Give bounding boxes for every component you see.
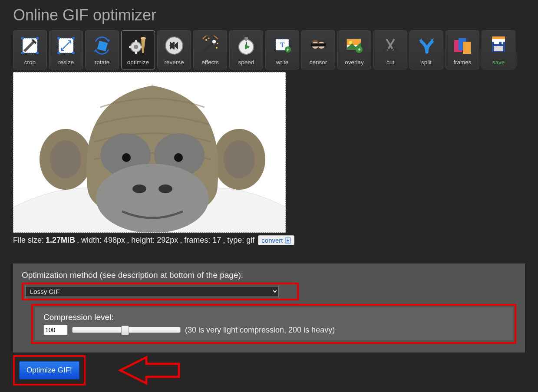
tool-label: crop (24, 59, 36, 66)
tool-cut[interactable]: cut (373, 30, 407, 69)
file-info: File size: 1.27MiB , width: 498px , heig… (13, 235, 525, 245)
tool-label: write (276, 59, 289, 66)
svg-point-12 (134, 45, 138, 49)
overlay-icon: + (343, 35, 365, 56)
tool-label: rotate (95, 59, 110, 66)
svg-point-23 (217, 43, 218, 44)
optimize-icon (127, 35, 149, 56)
svg-point-7 (72, 37, 75, 40)
frames-label: , frames: 17 (180, 236, 221, 245)
tool-label: split (421, 59, 432, 66)
tool-crop[interactable]: crop (13, 30, 47, 69)
tool-resize[interactable]: resize (49, 30, 83, 69)
split-icon (416, 35, 437, 56)
resize-icon (55, 35, 77, 56)
height-label: , height: 292px (127, 236, 178, 245)
save-icon (488, 35, 509, 56)
censor-icon (307, 35, 329, 56)
svg-point-22 (208, 37, 210, 39)
svg-rect-10 (97, 40, 108, 51)
tool-label: cut (386, 59, 394, 66)
effects-icon (199, 35, 221, 56)
optimize-button[interactable]: Optimize GIF! (19, 361, 79, 379)
crop-icon (19, 35, 41, 56)
compression-input[interactable] (43, 325, 68, 335)
tool-rotate[interactable]: rotate (85, 30, 119, 69)
filesize-label: File size: (13, 236, 44, 245)
svg-point-6 (57, 37, 60, 40)
tool-overlay[interactable]: + overlay (337, 30, 371, 69)
tool-optimize[interactable]: optimize (121, 30, 155, 69)
frames-icon (452, 35, 473, 56)
svg-text:+: + (287, 47, 289, 52)
tool-label: reverse (164, 59, 184, 66)
svg-rect-47 (494, 46, 503, 51)
svg-point-20 (205, 39, 207, 41)
svg-rect-14 (135, 51, 137, 54)
svg-rect-15 (129, 46, 132, 48)
page-title: Online GIF optimizer (13, 6, 525, 24)
svg-text:T: T (280, 41, 285, 49)
svg-rect-33 (311, 43, 326, 46)
compression-label: Compression level: (43, 313, 504, 322)
svg-point-17 (141, 37, 146, 40)
svg-point-39 (384, 49, 389, 54)
tool-write[interactable]: T+ write (265, 30, 299, 69)
tool-censor[interactable]: censor (301, 30, 335, 69)
method-label: Optimization method (see description at … (22, 270, 516, 280)
svg-rect-13 (135, 40, 137, 43)
svg-point-57 (122, 153, 131, 162)
svg-point-59 (96, 164, 209, 233)
highlight-button: Optimize GIF! (13, 355, 86, 385)
convert-label: convert (261, 237, 283, 244)
svg-point-4 (36, 52, 39, 54)
svg-rect-26 (245, 39, 247, 41)
optimize-panel: Optimization method (see description at … (13, 264, 525, 352)
svg-point-36 (349, 41, 352, 44)
svg-rect-43 (463, 42, 471, 54)
svg-rect-48 (492, 39, 505, 42)
convert-button[interactable]: convert (258, 235, 294, 245)
type-label: , type: gif (223, 236, 254, 245)
tool-reverse[interactable]: reverse (157, 30, 191, 69)
compression-slider[interactable] (72, 327, 181, 333)
tool-frames[interactable]: frames (446, 30, 479, 69)
tool-label: optimize (127, 59, 149, 66)
tool-label: censor (310, 59, 327, 66)
svg-point-9 (72, 52, 75, 54)
svg-rect-49 (492, 36, 505, 39)
highlight-compression: Compression level: (30 is very light com… (31, 304, 516, 344)
arrow-annotation (107, 355, 181, 385)
tool-label: save (492, 59, 505, 66)
download-icon (285, 237, 291, 244)
svg-point-40 (392, 49, 397, 54)
tool-effects[interactable]: effects (193, 30, 227, 69)
svg-point-21 (216, 47, 218, 49)
svg-point-3 (21, 52, 24, 54)
highlight-method: Lossy GIF (22, 283, 299, 300)
svg-point-54 (224, 140, 255, 178)
speed-icon (235, 35, 257, 56)
reverse-icon (163, 35, 185, 56)
preview-area: File size: 1.27MiB , width: 498px , heig… (13, 72, 525, 245)
rotate-icon (91, 35, 113, 56)
filesize-value: 1.27MiB (46, 236, 75, 245)
tool-speed[interactable]: speed (229, 30, 263, 69)
compression-hint: (30 is very light compression, 200 is he… (185, 326, 335, 335)
svg-point-58 (174, 153, 183, 162)
action-row: Optimize GIF! (13, 355, 525, 385)
write-icon: T+ (271, 35, 293, 56)
tool-label: speed (238, 59, 254, 66)
tool-label: resize (58, 59, 74, 66)
slider-thumb[interactable] (121, 326, 129, 335)
svg-text:+: + (357, 46, 360, 53)
tool-save[interactable]: save (482, 30, 515, 69)
svg-point-1 (21, 37, 24, 40)
width-label: , width: 498px (77, 236, 125, 245)
tool-label: frames (453, 59, 471, 66)
tool-label: overlay (345, 59, 364, 66)
method-select[interactable]: Lossy GIF (25, 286, 279, 297)
tool-split[interactable]: split (409, 30, 443, 69)
compression-panel: Compression level: (30 is very light com… (35, 307, 513, 340)
tool-label: effects (201, 59, 219, 66)
